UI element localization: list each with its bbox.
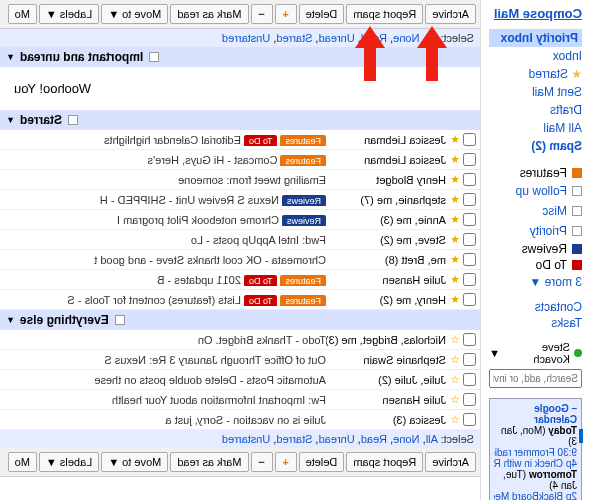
labels-more[interactable]: 3 more ▼ — [489, 275, 582, 289]
important-plus-button[interactable]: + — [275, 4, 297, 24]
important-minus-button[interactable]: − — [251, 452, 273, 472]
move-to-button[interactable]: Move to ▼ — [101, 452, 168, 472]
chat-search-input[interactable] — [489, 369, 582, 388]
select-unread[interactable]: Unread — [319, 32, 355, 44]
nav-all-mail[interactable]: All Mail — [489, 119, 582, 137]
mark-read-button[interactable]: Mark as read — [170, 4, 248, 24]
archive-button[interactable]: Archive — [425, 4, 476, 24]
row-checkbox[interactable] — [463, 133, 476, 146]
row-checkbox[interactable] — [463, 213, 476, 226]
select-starred[interactable]: Starred — [276, 433, 312, 445]
mail-row[interactable]: ☆ Nicholas, Bridget, me (3) Todo - Thank… — [0, 330, 480, 350]
contacts-link[interactable]: Contacts — [489, 299, 582, 315]
important-minus-button[interactable]: − — [251, 4, 273, 24]
row-checkbox[interactable] — [463, 293, 476, 306]
section-else[interactable]: Everything else ▼ — [0, 310, 480, 330]
label-todo[interactable]: To Do — [489, 257, 582, 273]
row-checkbox[interactable] — [463, 193, 476, 206]
compose-link[interactable]: Compose Mail — [489, 6, 582, 21]
row-checkbox[interactable] — [463, 233, 476, 246]
row-checkbox[interactable] — [463, 173, 476, 186]
nav-sent[interactable]: Sent Mail — [489, 83, 582, 101]
subject: Out of Office Through January 3 Re: Nexu… — [4, 354, 326, 366]
mail-row[interactable]: ★ Julie Hansen FeaturesTo Do2011 updates… — [0, 270, 480, 290]
select-unstarred[interactable]: Unstarred — [222, 433, 270, 445]
delete-button[interactable]: Delete — [299, 4, 345, 24]
select-all[interactable]: All — [426, 433, 438, 445]
labels-button[interactable]: Labels ▼ — [39, 4, 99, 24]
star-icon[interactable]: ★ — [450, 253, 460, 266]
mail-row[interactable]: ☆ Julie, Julie (2) Automatic Posts - Del… — [0, 370, 480, 390]
row-checkbox[interactable] — [463, 413, 476, 426]
more-button[interactable]: Mo — [8, 4, 37, 24]
cal-collapse[interactable]: – — [571, 403, 577, 414]
mail-row[interactable]: ★ Jessica Liebman FeaturesTo DoEditorial… — [0, 130, 480, 150]
select-read[interactable]: Read — [361, 32, 387, 44]
star-icon[interactable]: ☆ — [450, 373, 460, 386]
row-checkbox[interactable] — [463, 393, 476, 406]
mail-row[interactable]: ☆ Julie Hansen Fw: Important Information… — [0, 390, 480, 410]
label-followup[interactable]: Follow up — [489, 181, 582, 201]
star-icon[interactable]: ★ — [450, 293, 460, 306]
labels-button[interactable]: Labels ▼ — [39, 452, 99, 472]
select-none[interactable]: None — [393, 433, 419, 445]
mail-row[interactable]: ★ Jessica Liebman FeaturesComcast - Hi G… — [0, 150, 480, 170]
chat-header[interactable]: Steve Kovach ▼ — [489, 341, 582, 365]
star-icon[interactable]: ★ — [450, 213, 460, 226]
move-to-button[interactable]: Move to ▼ — [101, 4, 168, 24]
row-checkbox[interactable] — [463, 153, 476, 166]
row-checkbox[interactable] — [463, 353, 476, 366]
nav-priority-inbox[interactable]: Priority Inbox — [489, 29, 582, 47]
star-icon[interactable]: ☆ — [450, 413, 460, 426]
select-none[interactable]: None — [393, 32, 419, 44]
more-button[interactable]: Mo — [8, 452, 37, 472]
star-icon[interactable]: ★ — [450, 273, 460, 286]
report-spam-button[interactable]: Report spam — [346, 4, 423, 24]
select-read[interactable]: Read — [361, 433, 387, 445]
empty-message: Woohoo! You — [0, 67, 480, 110]
row-checkbox[interactable] — [463, 253, 476, 266]
row-checkbox[interactable] — [463, 273, 476, 286]
archive-button[interactable]: Archive — [425, 452, 476, 472]
mail-row[interactable]: ★ stephanie, me (7) ReviewsNexus S Revie… — [0, 190, 480, 210]
star-icon[interactable]: ★ — [450, 193, 460, 206]
cal-event[interactable]: 9:30 Frommer radio intervi — [494, 447, 577, 458]
label-priority[interactable]: Priority — [489, 221, 582, 241]
nav-starred[interactable]: ★Starred — [489, 65, 582, 83]
cal-event[interactable]: 2p BlackBoard Meeting — [494, 491, 577, 500]
cal-event[interactable]: 4p Check in with RIM re: Pla — [494, 458, 577, 469]
mark-read-button[interactable]: Mark as read — [170, 452, 248, 472]
delete-button[interactable]: Delete — [299, 452, 345, 472]
row-checkbox[interactable] — [463, 333, 476, 346]
mail-row[interactable]: ☆ Jessica (3) Julie is on vacation - Sor… — [0, 410, 480, 430]
select-starred[interactable]: Starred — [276, 32, 312, 44]
mail-row[interactable]: ☆ Stephanie Swain Out of Office Through … — [0, 350, 480, 370]
mail-row[interactable]: ★ me, Brett (8) Chromeata - OK cool than… — [0, 250, 480, 270]
nav-drafts[interactable]: Drafts — [489, 101, 582, 119]
select-unread[interactable]: Unread — [319, 433, 355, 445]
label-misc[interactable]: Misc — [489, 201, 582, 221]
star-icon[interactable]: ★ — [450, 133, 460, 146]
nav-inbox[interactable]: Inbox — [489, 47, 582, 65]
section-starred[interactable]: Starred ▼ — [0, 110, 480, 130]
label-reviews[interactable]: Reviews — [489, 241, 582, 257]
section-important[interactable]: Important and unread ▼ — [0, 47, 480, 67]
mail-row[interactable]: ★ Henry, me (2) FeaturesTo DoLists (feat… — [0, 290, 480, 310]
star-icon[interactable]: ☆ — [450, 333, 460, 346]
star-icon[interactable]: ★ — [450, 173, 460, 186]
star-icon[interactable]: ★ — [450, 153, 460, 166]
mail-row[interactable]: ★ Steve, me (2) Fwd: Intel AppUp posts -… — [0, 230, 480, 250]
star-icon[interactable]: ☆ — [450, 353, 460, 366]
select-unstarred[interactable]: Unstarred — [222, 32, 270, 44]
select-all[interactable]: All — [426, 32, 438, 44]
report-spam-button[interactable]: Report spam — [346, 452, 423, 472]
mail-row[interactable]: ★ Annie, me (3) ReviewsChrome notebook P… — [0, 210, 480, 230]
star-icon[interactable]: ★ — [450, 233, 460, 246]
important-plus-button[interactable]: + — [275, 452, 297, 472]
nav-spam[interactable]: Spam (2) — [489, 137, 582, 155]
tasks-link[interactable]: Tasks — [489, 315, 582, 331]
label-features[interactable]: Features — [489, 165, 582, 181]
row-checkbox[interactable] — [463, 373, 476, 386]
star-icon[interactable]: ☆ — [450, 393, 460, 406]
mail-row[interactable]: ★ Henry Blodget Emailing tweet from: som… — [0, 170, 480, 190]
